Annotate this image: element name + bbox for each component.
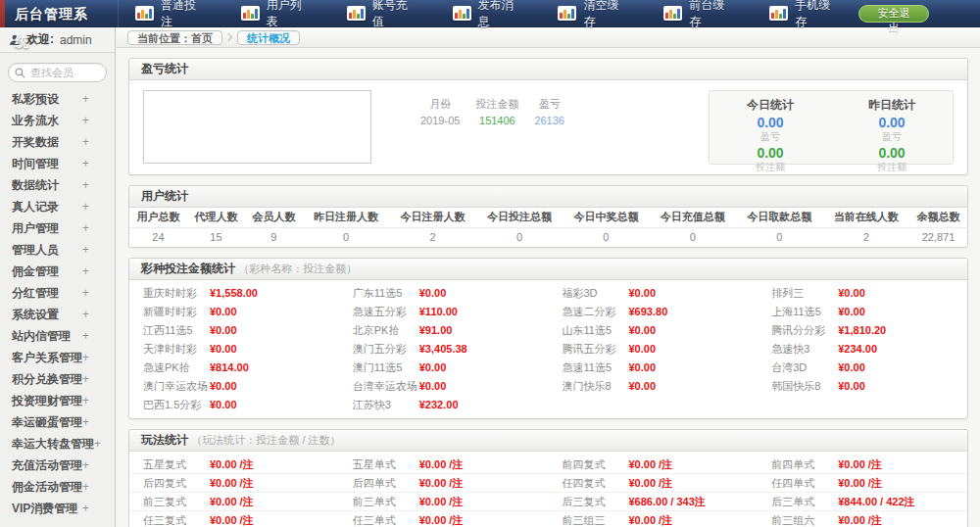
sidebar-item-lucky-wheel[interactable]: 幸运大转盘管理+ [0, 433, 115, 455]
play-name: 五星复式 [143, 455, 210, 474]
stat-value: 0 [563, 227, 649, 247]
sidebar-item-live-records[interactable]: 真人记录+ [0, 196, 115, 217]
nav-label: 清空缓存 [583, 0, 630, 30]
sidebar-item-label: 幸运大转盘管理 [12, 433, 94, 455]
lottery-amount: ¥0.00 [210, 343, 237, 355]
nav-user-list[interactable]: 用户列表 [224, 0, 330, 26]
stat-value: 0 [476, 227, 563, 247]
stat-value: 2 [389, 227, 475, 247]
col-header: 今日中奖总额 [563, 208, 649, 227]
lottery-stat: 排列三¥0.00 [758, 284, 967, 303]
lottery-name: 澳门幸运农场 [143, 377, 210, 396]
expand-plus-icon: + [82, 88, 89, 110]
lottery-name: 山东11选5 [563, 321, 629, 340]
sidebar-item-data-statistics[interactable]: 数据统计+ [0, 174, 115, 196]
lottery-name: 新疆时时彩 [143, 303, 210, 321]
play-name: 五星单式 [353, 455, 419, 474]
play-amount: ¥0.00 /注 [419, 496, 464, 507]
sidebar-item-label: 真人记录 [12, 196, 59, 217]
lottery-stat: 急速二分彩¥693.80 [549, 303, 759, 321]
panel-title: 用户统计 [141, 189, 188, 203]
yesterday-profit-label: 盈亏 [831, 130, 953, 144]
play-name: 前四复式 [563, 455, 629, 474]
play-name: 后四单式 [353, 474, 419, 493]
play-name: 任三复式 [143, 511, 210, 527]
play-stat: 前三组三¥0.00 /注 [549, 511, 759, 527]
expand-plus-icon: + [82, 174, 89, 196]
sidebar-item-user-management[interactable]: 用户管理+ [0, 217, 115, 239]
today-profit-label: 盈亏 [710, 130, 831, 144]
bar-chart-icon [241, 6, 260, 21]
breadcrumb-home-chip[interactable]: 当前位置：首页 [127, 30, 222, 45]
expand-plus-icon: + [82, 347, 89, 368]
sidebar-item-time-management[interactable]: 时间管理+ [0, 153, 115, 174]
app-title: 后台管理系统 [5, 0, 119, 27]
sidebar-item-crm[interactable]: 客户关系管理+ [0, 347, 115, 368]
sidebar-item-label: 佣金活动管理 [12, 476, 82, 498]
sidebar-item-vip-consumption[interactable]: VIP消费管理+ [0, 498, 115, 519]
sidebar-item-dividend-management[interactable]: 分红管理+ [0, 282, 115, 304]
user-stats-table: 用户总数 代理人数 会员人数 昨日注册人数 今日注册人数 今日投注总额 今日中奖… [129, 208, 967, 247]
logout-button[interactable]: 安全退出 [858, 5, 929, 23]
lottery-name: 急速PK拾 [143, 359, 210, 377]
lottery-name: 天津时时彩 [143, 340, 210, 359]
lottery-amount: ¥0.00 [419, 287, 447, 299]
sidebar-item-investment[interactable]: 投资理财管理+ [0, 390, 115, 411]
lottery-stat: 山东11选5¥0.00 [549, 321, 759, 340]
play-type-panel: 玩法统计 （玩法统计：投注金额 / 注数） 五星复式¥0.00 /注 五星单式¥… [128, 429, 968, 527]
lottery-stat: 腾讯分分彩¥1,810.20 [758, 321, 967, 340]
lottery-amount: ¥0.00 [210, 399, 237, 410]
monthly-header-row: 月份 投注金额 盈亏 [413, 96, 572, 113]
nav-account-recharge[interactable]: 账号充值 [330, 0, 436, 26]
lottery-amount: ¥0.00 [838, 287, 865, 299]
play-amount: ¥0.00 /注 [419, 458, 464, 470]
play-amount: ¥0.00 /注 [629, 458, 673, 470]
nav-front-cache[interactable]: 前台缓存 [647, 0, 753, 26]
sidebar-item-points-exchange[interactable]: 积分兑换管理+ [0, 368, 115, 390]
play-stat: 任四复式¥0.00 /注 [549, 474, 759, 493]
member-search [8, 63, 107, 82]
profit-panel-header: 盈亏统计 [129, 59, 967, 80]
col-header: 代理人数 [187, 208, 245, 227]
expand-plus-icon: + [82, 217, 89, 239]
expand-plus-icon: + [82, 261, 89, 282]
today-title: 今日统计 [710, 97, 831, 114]
play-name: 任三单式 [353, 511, 419, 527]
lottery-name: 腾讯分分彩 [771, 321, 838, 340]
sidebar-item-label: 幸运砸蛋管理 [12, 411, 82, 433]
nav-mobile-cache[interactable]: 手机缓存 [753, 0, 858, 26]
user-stats-value-row: 24 15 9 0 2 0 0 0 0 2 22,871 [129, 227, 967, 247]
breadcrumb: 当前位置：首页 统计概况 [117, 27, 980, 48]
play-stat: 后四单式¥0.00 /注 [339, 474, 549, 493]
lottery-stat: 急速五分彩¥110.00 [339, 303, 549, 321]
sidebar-item-private-lottery-preset[interactable]: 私彩预设+ [0, 88, 115, 110]
sidebar-item-commission-management[interactable]: 佣金管理+ [0, 261, 115, 282]
col-header: 投注金额 [467, 96, 526, 113]
lottery-amount: ¥0.00 [419, 361, 447, 373]
sidebar-item-draw-data[interactable]: 开奖数据+ [0, 131, 115, 153]
sidebar-item-business-flow[interactable]: 业务流水+ [0, 110, 115, 131]
nav-publish-message[interactable]: 发布消息 [436, 0, 542, 26]
nav-clear-cache[interactable]: 清空缓存 [541, 0, 647, 26]
nav-common-bet[interactable]: 普通投注 [119, 0, 224, 26]
sidebar-item-admin-staff[interactable]: 管理人员+ [0, 239, 115, 261]
sidebar-item-system-settings[interactable]: 系统设置+ [0, 304, 115, 325]
sidebar-menu: 私彩预设+ 业务流水+ 开奖数据+ 时间管理+ 数据统计+ 真人记录+ 用户管理… [0, 88, 115, 519]
sidebar-item-commission-activity[interactable]: 佣金活动管理+ [0, 476, 115, 498]
breadcrumb-current[interactable]: 统计概况 [237, 30, 300, 45]
sidebar-item-lucky-egg[interactable]: 幸运砸蛋管理+ [0, 411, 115, 433]
lottery-amount: ¥0.00 [838, 380, 865, 392]
main-content: 当前位置：首页 统计概况 盈亏统计 月份 投注金额 盈亏 [117, 27, 980, 527]
col-header: 用户总数 [129, 208, 187, 227]
expand-plus-icon: + [82, 153, 89, 174]
play-stat: 任三复式¥0.00 /注 [129, 511, 339, 527]
lottery-amount: ¥0.00 [629, 287, 657, 299]
play-stat: 五星复式¥0.00 /注 [129, 455, 339, 474]
sidebar-item-label: VIP消费管理 [12, 498, 77, 519]
lottery-amount: ¥0.00 [210, 380, 237, 392]
sidebar-item-recharge-activity[interactable]: 充值活动管理+ [0, 455, 115, 476]
bet-amount-value: 151406 [467, 113, 526, 128]
lottery-name: 台湾幸运农场 [353, 377, 419, 396]
col-header: 昨日注册人数 [303, 208, 389, 227]
sidebar-item-site-mail[interactable]: 站内信管理+ [0, 325, 115, 347]
